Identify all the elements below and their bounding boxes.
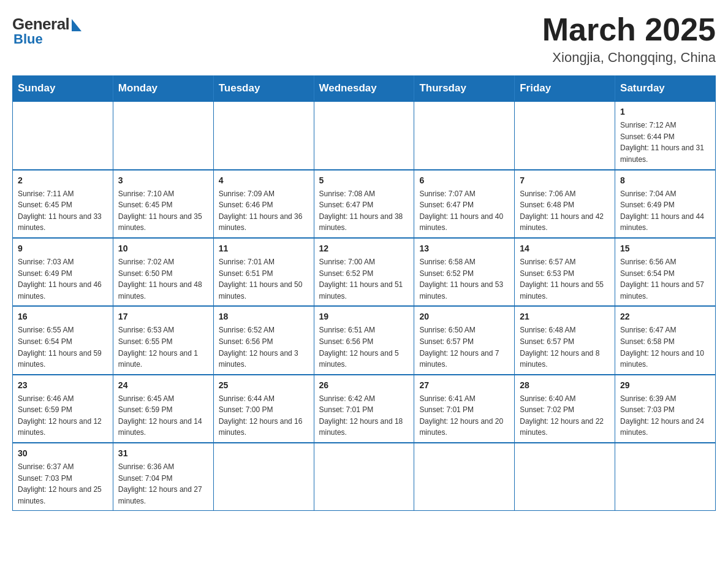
day-info: Sunrise: 6:56 AMSunset: 6:54 PMDaylight:… — [620, 256, 710, 302]
day-number: 25 — [219, 379, 309, 392]
location-subtitle: Xiongjia, Chongqing, China — [542, 50, 716, 66]
day-number: 4 — [219, 174, 309, 187]
day-number: 6 — [419, 174, 509, 187]
calendar-cell: 6Sunrise: 7:07 AMSunset: 6:47 PMDaylight… — [414, 170, 515, 238]
day-info: Sunrise: 7:08 AMSunset: 6:47 PMDaylight:… — [319, 188, 409, 234]
day-info: Sunrise: 6:45 AMSunset: 6:59 PMDaylight:… — [118, 393, 208, 439]
calendar-week-row: 23Sunrise: 6:46 AMSunset: 6:59 PMDayligh… — [13, 375, 716, 443]
day-info: Sunrise: 7:11 AMSunset: 6:45 PMDaylight:… — [18, 188, 108, 234]
calendar-week-row: 9Sunrise: 7:03 AMSunset: 6:49 PMDaylight… — [13, 238, 716, 306]
day-number: 18 — [219, 310, 309, 323]
calendar-cell — [213, 101, 314, 169]
day-info: Sunrise: 6:48 AMSunset: 6:57 PMDaylight:… — [520, 324, 610, 370]
calendar-cell — [515, 443, 615, 511]
calendar-cell: 7Sunrise: 7:06 AMSunset: 6:48 PMDaylight… — [515, 170, 615, 238]
day-info: Sunrise: 6:47 AMSunset: 6:58 PMDaylight:… — [620, 324, 710, 370]
day-number: 19 — [319, 310, 409, 323]
day-info: Sunrise: 7:01 AMSunset: 6:51 PMDaylight:… — [219, 256, 309, 302]
weekday-header-sunday: Sunday — [13, 76, 113, 102]
calendar-cell: 12Sunrise: 7:00 AMSunset: 6:52 PMDayligh… — [314, 238, 414, 306]
day-info: Sunrise: 6:58 AMSunset: 6:52 PMDaylight:… — [419, 256, 509, 302]
day-info: Sunrise: 7:04 AMSunset: 6:49 PMDaylight:… — [620, 188, 710, 234]
weekday-header-wednesday: Wednesday — [314, 76, 414, 102]
calendar-cell: 28Sunrise: 6:40 AMSunset: 7:02 PMDayligh… — [515, 375, 615, 443]
day-number: 28 — [520, 379, 610, 392]
calendar-cell: 19Sunrise: 6:51 AMSunset: 6:56 PMDayligh… — [314, 306, 414, 374]
day-number: 1 — [620, 105, 710, 118]
day-number: 9 — [18, 242, 108, 255]
day-info: Sunrise: 7:12 AMSunset: 6:44 PMDaylight:… — [620, 120, 710, 165]
calendar-cell: 18Sunrise: 6:52 AMSunset: 6:56 PMDayligh… — [213, 306, 314, 374]
page-header: General Blue March 2025 Xiongjia, Chongq… — [12, 12, 716, 66]
calendar-cell: 8Sunrise: 7:04 AMSunset: 6:49 PMDaylight… — [615, 170, 716, 238]
weekday-header-monday: Monday — [113, 76, 213, 102]
calendar-cell: 23Sunrise: 6:46 AMSunset: 6:59 PMDayligh… — [13, 375, 113, 443]
calendar-cell: 21Sunrise: 6:48 AMSunset: 6:57 PMDayligh… — [515, 306, 615, 374]
day-info: Sunrise: 7:10 AMSunset: 6:45 PMDaylight:… — [118, 188, 208, 234]
day-info: Sunrise: 6:40 AMSunset: 7:02 PMDaylight:… — [520, 393, 610, 439]
logo-triangle-icon — [72, 19, 82, 31]
calendar-week-row: 1Sunrise: 7:12 AMSunset: 6:44 PMDaylight… — [13, 101, 716, 169]
calendar-table: SundayMondayTuesdayWednesdayThursdayFrid… — [12, 75, 716, 511]
day-number: 7 — [520, 174, 610, 187]
calendar-cell — [414, 101, 515, 169]
calendar-cell: 26Sunrise: 6:42 AMSunset: 7:01 PMDayligh… — [314, 375, 414, 443]
day-number: 16 — [18, 310, 108, 323]
calendar-cell: 11Sunrise: 7:01 AMSunset: 6:51 PMDayligh… — [213, 238, 314, 306]
weekday-header-tuesday: Tuesday — [213, 76, 314, 102]
day-number: 31 — [118, 447, 208, 460]
calendar-cell: 1Sunrise: 7:12 AMSunset: 6:44 PMDaylight… — [615, 101, 716, 169]
title-area: March 2025 Xiongjia, Chongqing, China — [542, 12, 716, 66]
day-info: Sunrise: 6:39 AMSunset: 7:03 PMDaylight:… — [620, 393, 710, 439]
day-number: 13 — [419, 242, 509, 255]
day-number: 22 — [620, 310, 710, 323]
weekday-header-row: SundayMondayTuesdayWednesdayThursdayFrid… — [13, 76, 716, 102]
calendar-cell: 20Sunrise: 6:50 AMSunset: 6:57 PMDayligh… — [414, 306, 515, 374]
day-info: Sunrise: 6:36 AMSunset: 7:04 PMDaylight:… — [118, 461, 208, 507]
day-number: 8 — [620, 174, 710, 187]
calendar-cell: 15Sunrise: 6:56 AMSunset: 6:54 PMDayligh… — [615, 238, 716, 306]
day-number: 23 — [18, 379, 108, 392]
day-number: 27 — [419, 379, 509, 392]
calendar-cell: 10Sunrise: 7:02 AMSunset: 6:50 PMDayligh… — [113, 238, 213, 306]
day-number: 3 — [118, 174, 208, 187]
day-info: Sunrise: 6:37 AMSunset: 7:03 PMDaylight:… — [18, 461, 108, 507]
day-number: 26 — [319, 379, 409, 392]
calendar-cell: 13Sunrise: 6:58 AMSunset: 6:52 PMDayligh… — [414, 238, 515, 306]
day-info: Sunrise: 6:44 AMSunset: 7:00 PMDaylight:… — [219, 393, 309, 439]
calendar-cell: 5Sunrise: 7:08 AMSunset: 6:47 PMDaylight… — [314, 170, 414, 238]
day-number: 5 — [319, 174, 409, 187]
day-info: Sunrise: 6:41 AMSunset: 7:01 PMDaylight:… — [419, 393, 509, 439]
calendar-cell: 2Sunrise: 7:11 AMSunset: 6:45 PMDaylight… — [13, 170, 113, 238]
calendar-cell: 17Sunrise: 6:53 AMSunset: 6:55 PMDayligh… — [113, 306, 213, 374]
calendar-cell: 30Sunrise: 6:37 AMSunset: 7:03 PMDayligh… — [13, 443, 113, 511]
day-number: 10 — [118, 242, 208, 255]
calendar-cell — [314, 101, 414, 169]
calendar-cell: 22Sunrise: 6:47 AMSunset: 6:58 PMDayligh… — [615, 306, 716, 374]
calendar-week-row: 16Sunrise: 6:55 AMSunset: 6:54 PMDayligh… — [13, 306, 716, 374]
day-info: Sunrise: 6:52 AMSunset: 6:56 PMDaylight:… — [219, 324, 309, 370]
calendar-cell — [213, 443, 314, 511]
day-number: 24 — [118, 379, 208, 392]
calendar-week-row: 30Sunrise: 6:37 AMSunset: 7:03 PMDayligh… — [13, 443, 716, 511]
calendar-cell — [13, 101, 113, 169]
calendar-cell — [113, 101, 213, 169]
day-number: 17 — [118, 310, 208, 323]
weekday-header-friday: Friday — [515, 76, 615, 102]
calendar-cell: 27Sunrise: 6:41 AMSunset: 7:01 PMDayligh… — [414, 375, 515, 443]
month-year-title: March 2025 — [542, 12, 716, 47]
calendar-cell: 29Sunrise: 6:39 AMSunset: 7:03 PMDayligh… — [615, 375, 716, 443]
day-number: 30 — [18, 447, 108, 460]
calendar-cell: 14Sunrise: 6:57 AMSunset: 6:53 PMDayligh… — [515, 238, 615, 306]
calendar-cell: 16Sunrise: 6:55 AMSunset: 6:54 PMDayligh… — [13, 306, 113, 374]
day-number: 14 — [520, 242, 610, 255]
day-info: Sunrise: 7:09 AMSunset: 6:46 PMDaylight:… — [219, 188, 309, 234]
calendar-cell: 31Sunrise: 6:36 AMSunset: 7:04 PMDayligh… — [113, 443, 213, 511]
day-info: Sunrise: 6:42 AMSunset: 7:01 PMDaylight:… — [319, 393, 409, 439]
calendar-cell — [515, 101, 615, 169]
calendar-cell: 4Sunrise: 7:09 AMSunset: 6:46 PMDaylight… — [213, 170, 314, 238]
logo-subtitle: Blue — [13, 31, 43, 47]
day-info: Sunrise: 7:03 AMSunset: 6:49 PMDaylight:… — [18, 256, 108, 302]
calendar-cell — [414, 443, 515, 511]
day-number: 11 — [219, 242, 309, 255]
